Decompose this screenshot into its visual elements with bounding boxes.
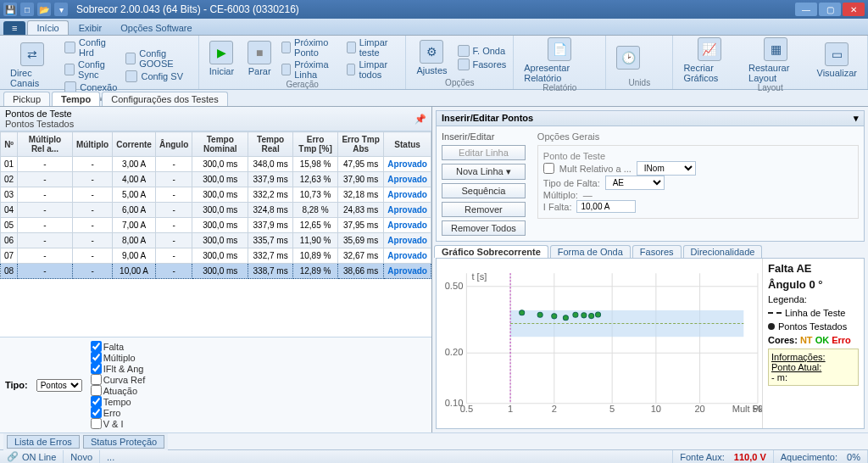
col-9[interactable]: Status [384,132,431,157]
mult-rel-check[interactable] [543,163,554,174]
subtab-tempo[interactable]: Tempo [52,92,100,106]
table-row[interactable]: 06--8,00 A-300,0 ms335,7 ms11,90 %35,69 … [1,233,431,248]
collapse-icon[interactable]: ▾ [854,113,859,124]
remover-todos-button[interactable]: Remover Todos [442,220,526,236]
check-Tempo[interactable]: Tempo [91,396,146,407]
svg-point-29 [589,314,594,319]
file-tab[interactable]: ≡ [3,21,25,35]
unit2-icon[interactable] [650,59,665,74]
fonte-aux-value: 110,0 V [734,452,766,462]
unit-icon[interactable] [650,42,665,57]
bottomtab-status-protecao[interactable]: Status Proteção [83,435,164,449]
parar-button[interactable]: ■Parar [244,41,275,76]
tab-exibir[interactable]: Exibir [70,21,111,35]
tab-opcoes-software[interactable]: Opções Software [112,21,200,35]
unids-button[interactable]: 🕑 [613,46,643,70]
col-5[interactable]: Tempo Nominal [192,132,248,157]
bottomtab-lista-erros[interactable]: Lista de Erros [7,435,80,449]
close-button[interactable]: ✕ [843,3,865,16]
config-sync-button[interactable]: Config Sync [64,59,119,80]
qat-dropdown-icon[interactable]: ▾ [54,3,68,16]
chart-plot[interactable]: 0.51251020500.100.200.50Mult Pkpt [s] [437,259,762,428]
mult-rel-select[interactable]: INom [637,161,696,176]
stop-icon: ■ [248,41,271,64]
right-panel: Inserir/Editar Pontos▾ Inserir/Editar Ed… [432,107,868,432]
chart-tab-sobrecorrente[interactable]: Gráfico Sobrecorrente [434,245,548,258]
view-icon: ▭ [825,42,849,66]
check-V & I[interactable]: V & I [91,418,146,429]
svg-text:10: 10 [651,404,661,414]
check-Múltiplo[interactable]: Múltiplo [91,352,146,363]
table-row[interactable]: 08--10,00 A-300,0 ms338,7 ms12,89 %38,66… [1,264,431,279]
check-Falta[interactable]: Falta [91,341,146,352]
limpar-todos-button[interactable]: Limpar todos [347,59,399,80]
maximize-button[interactable]: ▢ [819,3,841,16]
check-Curva Ref[interactable]: Curva Ref [91,374,146,385]
svg-point-23 [520,310,525,315]
qat-save-icon[interactable]: 💾 [3,3,17,16]
pin-icon[interactable]: 📌 [415,114,426,125]
channels-icon: ⇄ [20,42,44,66]
points-panel: Pontos de Teste Pontos Testados 📌 NºMúlt… [0,107,432,432]
apresentar-relatorio-button[interactable]: 📄Apresentar Relatório [520,37,598,83]
svg-text:0.10: 0.10 [445,398,464,408]
table-row[interactable]: 05--7,00 A-300,0 ms337,9 ms12,65 %37,95 … [1,218,431,233]
check-Erro[interactable]: Erro [91,407,146,418]
col-0[interactable]: Nº [1,132,18,157]
config-sv-button[interactable]: Config SV [125,70,191,82]
table-row[interactable]: 02--4,00 A-300,0 ms337,9 ms12,63 %37,90 … [1,172,431,187]
config-goose-button[interactable]: Config GOOSE [125,48,191,69]
pane-subtitle: Pontos Testados [5,119,74,129]
config-hrd-button[interactable]: Config Hrd [64,37,119,58]
editar-linha-button[interactable]: Editar Linha [442,145,526,160]
col-3[interactable]: Corrente [113,132,156,157]
proximo-ponto-button[interactable]: Próximo Ponto [281,37,339,58]
tipo-falta-select[interactable]: AE [605,176,665,190]
sync-icon [64,64,75,75]
check-IFlt & Ang[interactable]: IFlt & Ang [91,363,146,374]
svg-text:0.20: 0.20 [445,347,464,357]
qat-open-icon[interactable]: 📂 [37,3,51,16]
limpar-teste-button[interactable]: Limpar teste [347,37,399,58]
table-row[interactable]: 04--6,00 A-300,0 ms324,8 ms8,28 %24,83 m… [1,203,431,218]
subtab-pickup[interactable]: Pickup [3,92,50,106]
col-8[interactable]: Erro Tmp Abs [337,132,383,157]
layout-icon: ▦ [764,37,787,61]
col-1[interactable]: Múltiplo Rel a... [18,132,73,157]
iniciar-button[interactable]: ▶Iniciar [206,41,237,76]
ajustes-button[interactable]: ⚙Ajustes [413,40,450,75]
chart-tab-fasores[interactable]: Fasores [632,245,682,258]
table-footer: Tipo: Pontos Falta Múltiplo IFlt & Ang C… [0,337,431,432]
chart-tab-direc[interactable]: Direcionalidade [683,245,763,258]
restaurar-layout-button[interactable]: ▦Restaurar Layout [745,37,806,83]
table-row[interactable]: 07--9,00 A-300,0 ms332,7 ms10,89 %32,67 … [1,248,431,264]
direc-canais-button[interactable]: ⇄Direc Canais [7,42,58,88]
table-row[interactable]: 01--3,00 A-300,0 ms348,0 ms15,98 %47,95 … [1,157,431,172]
chart-icon: 📈 [698,37,721,61]
col-4[interactable]: Ângulo [155,132,192,157]
f-onda-button[interactable]: F. Onda [458,45,507,57]
check-Atuação[interactable]: Atuação [91,385,146,396]
svg-text:t [s]: t [s] [471,271,487,282]
proxima-linha-button[interactable]: Próxima Linha [281,59,339,80]
visualizar-button[interactable]: ▭Visualizar [814,42,861,78]
table-row[interactable]: 03--5,00 A-300,0 ms332,2 ms10,73 %32,18 … [1,187,431,203]
minimize-button[interactable]: — [795,3,817,16]
fasores-button[interactable]: Fasores [458,59,507,70]
col-6[interactable]: Tempo Real [248,132,293,157]
tipo-select[interactable]: Pontos [36,379,82,392]
subtab-config[interactable]: Configurações dos Testes [102,92,227,106]
tipo-label: Tipo: [5,380,28,390]
remover-button[interactable]: Remover [442,202,526,217]
col-7[interactable]: Erro Tmp [%] [293,132,338,157]
col-2[interactable]: Múltiplo [72,132,112,157]
recriar-graficos-button[interactable]: 📈Recriar Gráficos [680,37,738,83]
qat-new-icon[interactable]: □ [20,3,34,16]
nova-linha-button[interactable]: Nova Linha ▾ [442,164,526,180]
play-icon: ▶ [209,41,233,64]
chart-tabs: Gráfico Sobrecorrente Forma de Onda Faso… [432,245,868,258]
chart-tab-forma-onda[interactable]: Forma de Onda [550,245,631,258]
ifalta-input[interactable] [576,200,636,213]
tab-inicio[interactable]: Início [27,20,68,35]
sequencia-button[interactable]: Sequência [442,183,526,198]
